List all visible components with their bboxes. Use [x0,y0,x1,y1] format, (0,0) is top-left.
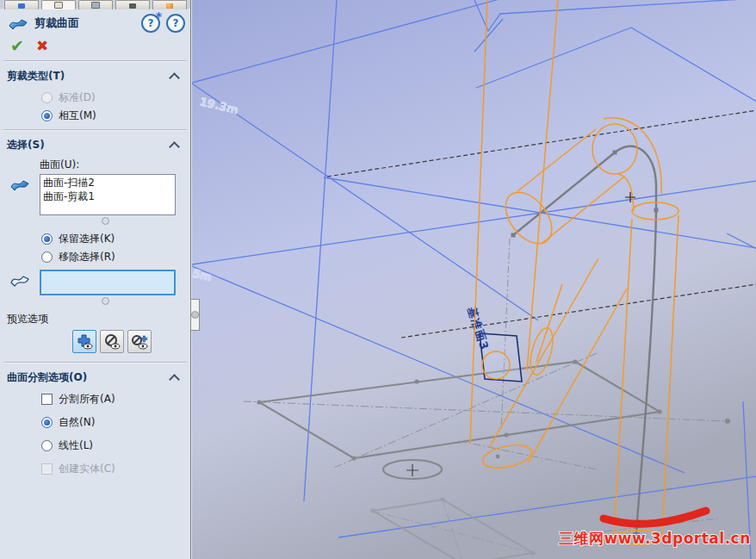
show-both-surfaces-button[interactable] [127,330,152,353]
grip-icon [191,311,199,319]
property-manager-panel: 剪裁曲面 ? * ? ✔ ✖ 剪裁类型(T) 标准(D) 相互(M) 选择(S)… [0,0,191,559]
radio-standard-control [41,92,53,103]
radio-linear[interactable]: 线性(L) [41,438,190,453]
chevron-up-icon [169,374,180,385]
pm-tab-5[interactable] [152,0,187,9]
surface-list-item[interactable]: 曲面-剪裁1 [43,189,172,203]
divider [3,129,187,131]
radio-linear-control [41,440,53,451]
preview-options-label: 预览选项 [7,312,190,326]
confirm-row: ✔ ✖ [0,34,190,59]
whats-new-help-icon[interactable]: ? * [141,14,160,33]
panel-splitter-handle[interactable] [190,299,200,331]
property-manager-tabbar [0,0,190,9]
section-selection-title: 选择(S) [7,138,170,152]
ok-button[interactable]: ✔ [10,38,24,53]
checkbox-split-all[interactable]: 分割所有(A) [41,392,190,407]
no-plus-eye-icon [131,333,148,350]
chevron-up-icon [169,141,180,152]
help-icon[interactable]: ? [166,14,185,33]
divider [3,60,187,62]
panel-title: 剪裁曲面 [34,16,135,31]
trim-surface-icon [9,16,28,31]
plus-eye-icon [76,333,93,350]
pm-tab-3[interactable] [78,0,113,9]
viewport-background [192,0,756,559]
surfaces-label: 曲面(U): [40,158,190,172]
pm-tab-2[interactable] [41,0,76,9]
viewport-canvas: 基准面3 19.3m 9.5m 三维网www.3dportal.cn [192,0,756,559]
watermark-text: 三维网www.3dportal.cn [559,530,751,547]
pm-tab-2-icon [54,2,63,9]
section-split-options-header[interactable]: 曲面分割选项(O) [0,365,190,388]
show-included-surfaces-button[interactable] [72,330,96,353]
section-trim-type-header[interactable]: 剪裁类型(T) [0,64,190,87]
show-excluded-surfaces-button[interactable] [100,330,124,353]
surface-list-item[interactable]: 曲面-扫描2 [43,176,172,189]
checkbox-create-solid[interactable]: 创建实体(C) [41,462,190,476]
radio-keep-selections[interactable]: 保留选择(K) [41,232,190,246]
checkbox-create-solid-control [41,463,53,475]
chevron-up-icon [169,72,180,84]
divider [3,362,187,363]
preview-buttons [72,330,190,353]
pieces-to-keep-box[interactable] [40,270,176,295]
pm-tab-5-icon [166,3,173,9]
radio-keep-control [41,233,53,245]
no-eye-icon [103,333,121,350]
radio-mutual-control [41,110,53,121]
radio-mutual[interactable]: 相互(M) [41,109,190,123]
pm-tab-3-icon [91,2,100,9]
radio-natural-control [41,417,53,428]
radio-remove-control [41,252,53,263]
cancel-button[interactable]: ✖ [36,38,48,53]
panel-header: 剪裁曲面 ? * ? [0,9,190,34]
surface-selection-icon [10,177,29,192]
pm-tab-1-icon [18,3,25,9]
listbox-resize-handle[interactable] [102,297,109,305]
radio-standard[interactable]: 标准(D) [41,90,190,105]
pieces-selection-icon [10,273,29,288]
listbox-resize-handle[interactable] [102,217,109,225]
section-trim-type-title: 剪裁类型(T) [7,69,170,84]
graphics-viewport[interactable]: 基准面3 19.3m 9.5m 三维网www.3dportal.cn [192,0,756,559]
pm-tab-4[interactable] [115,0,150,9]
radio-natural[interactable]: 自然(N) [41,415,190,430]
pm-tab-4-icon [129,3,136,9]
section-split-options-title: 曲面分割选项(O) [7,370,170,385]
trim-surfaces-listbox[interactable]: 曲面-扫描2 曲面-剪裁1 [40,174,176,215]
radio-remove-selections[interactable]: 移除选择(R) [41,250,190,264]
pm-tab-1[interactable] [4,0,39,9]
checkbox-split-all-control [41,394,53,405]
section-selection-header[interactable]: 选择(S) [0,133,190,156]
